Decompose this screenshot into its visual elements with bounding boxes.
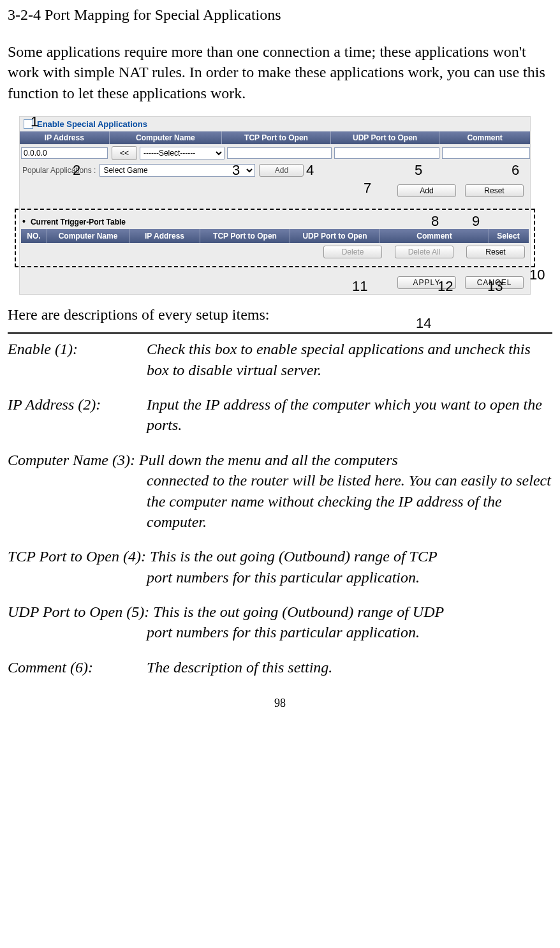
item-name-label: Computer Name (3): <box>8 452 135 468</box>
apply-cancel-row: APPLY CANCEL <box>20 267 530 294</box>
item-enable: Enable (1): Check this box to enable spe… <box>8 339 552 380</box>
annotation-11: 11 <box>352 278 367 295</box>
hdr-tcp: TCP Port to Open <box>222 131 331 144</box>
tcp-input[interactable] <box>227 147 332 159</box>
add-reset-row: Add Reset <box>20 181 530 209</box>
delete-button[interactable]: Delete <box>323 246 382 258</box>
item-comment-text: The description of this setting. <box>147 657 552 678</box>
popular-apps-row: Popular Applications : Select Game Add <box>20 162 530 181</box>
annotation-4: 4 <box>306 162 314 179</box>
item-name-text-first: Pull down the menu and all the computers <box>139 452 398 468</box>
hdr2-no: NO. <box>21 229 47 243</box>
hdr2-select: Select <box>489 229 527 243</box>
enable-label: Enable Special Applications <box>37 119 147 129</box>
hdr-udp: UDP Port to Open <box>331 131 440 144</box>
item-ip-text: Input the IP address of the computer whi… <box>147 394 552 436</box>
item-enable-text: Check this box to enable special applica… <box>147 339 552 380</box>
annotation-12: 12 <box>438 278 453 295</box>
page-number: 98 <box>8 697 552 710</box>
comment-input[interactable] <box>442 147 530 159</box>
input-row: << ------Select------ <box>20 144 530 162</box>
item-ip: IP Address (2): Input the IP address of … <box>8 394 552 436</box>
screenshot-area: 1 Enable Special Applications IP Address… <box>8 116 552 295</box>
annotation-5: 5 <box>415 162 422 179</box>
item-udp: UDP Port to Open (5): This is the out go… <box>8 602 552 643</box>
annotation-2: 2 <box>73 162 80 179</box>
divider <box>8 332 552 334</box>
add-button[interactable]: Add <box>397 184 456 197</box>
item-tcp-text-first: This is the out going (Outbound) range o… <box>150 548 438 565</box>
annotation-7: 7 <box>364 180 371 196</box>
add-game-button[interactable]: Add <box>259 164 304 177</box>
hdr2-name: Computer Name <box>47 229 129 243</box>
config-panel: Enable Special Applications IP Address C… <box>19 116 531 295</box>
reset-table-button[interactable]: Reset <box>466 246 525 258</box>
trigger-header-row: NO. Computer Name IP Address TCP Port to… <box>21 229 529 243</box>
item-tcp-label: TCP Port to Open (4): <box>8 548 146 565</box>
item-udp-text-first: This is the out going (Outbound) range o… <box>153 604 444 620</box>
hdr-name: Computer Name <box>110 131 223 144</box>
intro-paragraph: Some applications require more than one … <box>8 41 552 103</box>
udp-input[interactable] <box>334 147 439 159</box>
annotation-9: 9 <box>472 213 480 230</box>
hdr2-tcp: TCP Port to Open <box>200 229 290 243</box>
item-udp-label: UDP Port to Open (5): <box>8 604 149 620</box>
computer-select[interactable]: ------Select------ <box>140 147 225 159</box>
desc-intro: Here are descriptions of every setup ite… <box>8 306 552 323</box>
trigger-table-box: Current Trigger-Port Table NO. Computer … <box>15 209 535 267</box>
popular-label: Popular Applications : <box>22 166 96 175</box>
ip-input[interactable] <box>21 147 108 159</box>
item-comment: Comment (6): The description of this set… <box>8 657 552 678</box>
arrow-button[interactable]: << <box>112 146 137 160</box>
annotation-14: 14 <box>416 315 431 332</box>
hdr2-comment: Comment <box>380 229 489 243</box>
annotation-8: 8 <box>431 213 439 230</box>
annotation-13: 13 <box>487 278 503 295</box>
section-title: 3-2-4 Port Mapping for Special Applicati… <box>8 6 552 24</box>
hdr2-udp: UDP Port to Open <box>290 229 380 243</box>
annotation-3: 3 <box>232 162 240 179</box>
reset-button[interactable]: Reset <box>465 184 524 197</box>
item-name-text-rest: connected to the router will be listed h… <box>147 470 552 532</box>
item-tcp-text-rest: port numbers for this particular applica… <box>147 567 552 588</box>
item-tcp: TCP Port to Open (4): This is the out go… <box>8 546 552 588</box>
item-ip-label: IP Address (2): <box>8 394 147 436</box>
item-comment-label: Comment (6): <box>8 657 147 678</box>
annotation-10: 10 <box>529 267 545 283</box>
annotation-6: 6 <box>512 162 519 179</box>
item-enable-label: Enable (1): <box>8 339 147 380</box>
hdr-ip: IP Address <box>20 131 110 144</box>
item-udp-text-rest: port numbers for this particular applica… <box>147 622 552 642</box>
hdr2-ip: IP Address <box>129 229 200 243</box>
item-name: Computer Name (3): Pull down the menu an… <box>8 450 552 533</box>
input-header-row: IP Address Computer Name TCP Port to Ope… <box>20 131 530 144</box>
enable-row: Enable Special Applications <box>20 117 530 131</box>
table-buttons-row: Delete Delete All Reset <box>21 243 529 261</box>
trigger-table-title: Current Trigger-Port Table <box>21 214 529 229</box>
delete-all-button[interactable]: Delete All <box>395 246 453 258</box>
annotation-1: 1 <box>31 114 38 130</box>
hdr-comment: Comment <box>439 131 530 144</box>
